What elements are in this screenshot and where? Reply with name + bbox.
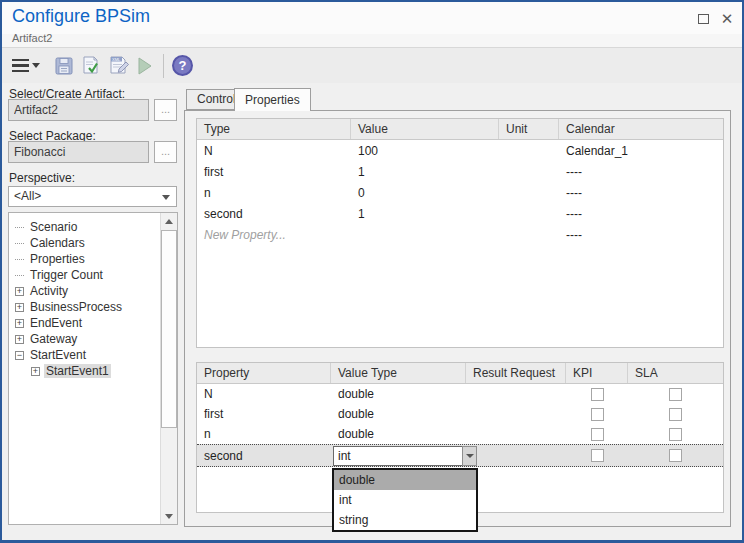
package-browse-button[interactable]: ... bbox=[154, 141, 177, 163]
chevron-down-icon bbox=[32, 63, 40, 68]
result-property-cell: n bbox=[197, 427, 331, 441]
tree-item-businessprocess[interactable]: +BusinessProcess bbox=[9, 299, 177, 315]
validate-button[interactable] bbox=[80, 53, 102, 79]
sla-checkbox-cell bbox=[628, 449, 723, 462]
tree-connector bbox=[15, 243, 24, 244]
titlebar: Configure BPSim ✕ bbox=[2, 2, 742, 34]
tree-item-endevent[interactable]: +EndEvent bbox=[9, 315, 177, 331]
value-type-combo-input[interactable]: int bbox=[333, 446, 462, 466]
edit-xml-button[interactable]: XML bbox=[108, 53, 131, 79]
dropdown-option-string[interactable]: string bbox=[334, 510, 476, 530]
tree-item-startevent1[interactable]: +StartEvent1 bbox=[9, 363, 177, 379]
value-type-cell: double bbox=[331, 427, 466, 441]
calendar-cell: Calendar_1 bbox=[559, 144, 723, 158]
value-type-cell: double bbox=[331, 407, 466, 421]
perspective-dropdown[interactable]: <All> bbox=[8, 186, 177, 207]
help-button[interactable]: ? bbox=[172, 53, 193, 79]
tree-item-label: EndEvent bbox=[28, 316, 84, 330]
save-button[interactable] bbox=[54, 53, 74, 79]
dropdown-option-double[interactable]: double bbox=[334, 470, 476, 490]
value-type-dropdown-list: doubleintstring bbox=[332, 468, 478, 532]
type-cell: first bbox=[197, 165, 351, 179]
save-icon bbox=[54, 56, 74, 76]
sla-checkbox-cell bbox=[628, 408, 723, 421]
type-cell: second bbox=[197, 207, 351, 221]
maximize-icon bbox=[698, 14, 709, 24]
calendar-cell: ---- bbox=[559, 228, 723, 242]
kpi-checkbox[interactable] bbox=[591, 428, 604, 441]
tree-item-label: StartEvent bbox=[28, 348, 88, 362]
tree-item-activity[interactable]: +Activity bbox=[9, 283, 177, 299]
value-cell: 0 bbox=[351, 186, 499, 200]
triangle-down-icon bbox=[165, 514, 173, 519]
type-cell: n bbox=[197, 186, 351, 200]
run-simulation-button[interactable] bbox=[137, 53, 153, 79]
toolbar-separator bbox=[163, 54, 164, 78]
scroll-up-button[interactable] bbox=[161, 213, 177, 229]
tree-item-scenario[interactable]: Scenario bbox=[9, 219, 177, 235]
tree-item-label: Calendars bbox=[28, 236, 87, 250]
tree-connector bbox=[15, 259, 24, 260]
maximize-button[interactable] bbox=[694, 10, 712, 28]
expand-icon[interactable]: + bbox=[15, 287, 24, 296]
chevron-down-icon bbox=[162, 195, 170, 200]
column-header-result-request: Result Request bbox=[466, 363, 566, 383]
tree-item-trigger-count[interactable]: Trigger Count bbox=[9, 267, 177, 283]
tab-properties[interactable]: Properties bbox=[234, 88, 311, 111]
property-row-n[interactable]: n0---- bbox=[197, 182, 723, 203]
collapse-icon[interactable]: − bbox=[15, 351, 24, 360]
kpi-checkbox[interactable] bbox=[591, 449, 604, 462]
artifact-browse-button[interactable]: ... bbox=[154, 99, 177, 121]
scroll-down-button[interactable] bbox=[161, 508, 177, 524]
result-row-n[interactable]: Ndouble bbox=[197, 384, 723, 404]
expand-icon[interactable]: + bbox=[31, 367, 40, 376]
sla-checkbox-cell bbox=[628, 428, 723, 441]
calendar-cell: ---- bbox=[559, 207, 723, 221]
value-type-combo[interactable]: int bbox=[333, 446, 477, 466]
property-row-second[interactable]: second1---- bbox=[197, 203, 723, 224]
artifact-subtitle: Artifact2 bbox=[12, 32, 52, 44]
close-button[interactable]: ✕ bbox=[718, 10, 736, 28]
tree-item-label: Trigger Count bbox=[28, 268, 105, 282]
perspective-label: Perspective: bbox=[9, 171, 75, 185]
column-header-value: Value bbox=[351, 119, 499, 139]
type-cell: New Property... bbox=[197, 228, 351, 242]
tree-item-label: Activity bbox=[28, 284, 70, 298]
property-row-n[interactable]: N100Calendar_1 bbox=[197, 140, 723, 161]
column-header-calendar: Calendar bbox=[559, 119, 723, 139]
hamburger-icon bbox=[12, 59, 29, 73]
sla-checkbox[interactable] bbox=[669, 428, 682, 441]
tree-item-properties[interactable]: Properties bbox=[9, 251, 177, 267]
expand-icon[interactable]: + bbox=[15, 319, 24, 328]
kpi-checkbox[interactable] bbox=[591, 388, 604, 401]
sla-checkbox[interactable] bbox=[669, 449, 682, 462]
calendar-cell: ---- bbox=[559, 165, 723, 179]
scrollbar-thumb[interactable] bbox=[161, 230, 177, 428]
tree-scrollbar[interactable] bbox=[160, 213, 177, 524]
subtitle-bar: Artifact2 bbox=[2, 34, 742, 47]
artifact-input[interactable] bbox=[8, 99, 149, 121]
tree-connector bbox=[15, 227, 24, 228]
play-icon bbox=[137, 57, 153, 75]
tree-item-startevent[interactable]: −StartEvent bbox=[9, 347, 177, 363]
result-row-second[interactable]: secondint bbox=[197, 444, 723, 467]
combo-dropdown-button[interactable] bbox=[462, 446, 477, 466]
expand-icon[interactable]: + bbox=[15, 335, 24, 344]
kpi-checkbox[interactable] bbox=[591, 408, 604, 421]
chevron-down-icon bbox=[466, 454, 474, 458]
tree-item-gateway[interactable]: +Gateway bbox=[9, 331, 177, 347]
result-row-n[interactable]: ndouble bbox=[197, 424, 723, 444]
column-header-unit: Unit bbox=[499, 119, 559, 139]
tree-item-calendars[interactable]: Calendars bbox=[9, 235, 177, 251]
expand-icon[interactable]: + bbox=[15, 303, 24, 312]
new-property-row[interactable]: New Property...---- bbox=[197, 224, 723, 245]
tree-item-label: Gateway bbox=[28, 332, 79, 346]
property-row-first[interactable]: first1---- bbox=[197, 161, 723, 182]
result-row-first[interactable]: firstdouble bbox=[197, 404, 723, 424]
result-property-cell: second bbox=[197, 449, 331, 463]
dropdown-option-int[interactable]: int bbox=[334, 490, 476, 510]
sla-checkbox[interactable] bbox=[669, 388, 682, 401]
hamburger-menu-button[interactable] bbox=[12, 53, 48, 79]
sla-checkbox[interactable] bbox=[669, 408, 682, 421]
package-input[interactable] bbox=[8, 141, 149, 163]
